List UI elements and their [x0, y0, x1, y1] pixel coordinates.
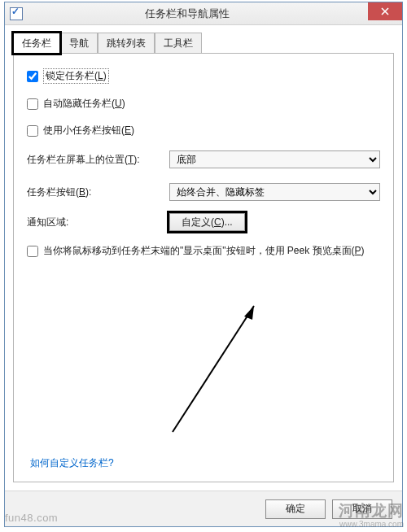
watermark-right: 河南龙网 www.3mama.com: [339, 503, 404, 529]
annotation-arrow: [164, 302, 278, 440]
notify-row: 通知区域: 自定义(C)...: [27, 216, 380, 229]
watermark-right-main: 河南龙网: [339, 503, 404, 520]
autohide-row: 自动隐藏任务栏(U): [27, 97, 380, 111]
small-buttons-label: 使用小任务栏按钮(E): [43, 124, 134, 137]
dialog-window: 任务栏和导航属性 任务栏 导航 跳转列表 工具栏 锁定任务栏(L) 自动隐藏任务…: [4, 2, 403, 527]
tab-toolbars[interactable]: 工具栏: [155, 33, 202, 54]
buttons-row: 任务栏按钮(B): 始终合并、隐藏标签: [27, 183, 380, 201]
tab-strip: 任务栏 导航 跳转列表 工具栏: [5, 25, 402, 53]
peek-label: 当你将鼠标移动到任务栏末端的"显示桌面"按钮时，使用 Peek 预览桌面(P): [43, 244, 365, 258]
tab-navigation[interactable]: 导航: [60, 33, 98, 54]
buttons-select[interactable]: 始终合并、隐藏标签: [169, 183, 380, 201]
customize-button[interactable]: 自定义(C)...: [169, 213, 245, 231]
lock-taskbar-row: 锁定任务栏(L): [27, 68, 380, 84]
notify-label: 通知区域:: [27, 216, 169, 229]
position-label: 任务栏在屏幕上的位置(T):: [27, 153, 169, 167]
watermark-right-sub: www.3mama.com: [339, 520, 404, 529]
position-select[interactable]: 底部: [169, 150, 380, 168]
small-buttons-checkbox[interactable]: [27, 125, 38, 137]
watermark-left: fun48.com: [5, 512, 58, 524]
lock-taskbar-checkbox[interactable]: [27, 71, 38, 82]
app-icon: [10, 7, 23, 20]
titlebar: 任务栏和导航属性: [5, 2, 402, 25]
ok-button[interactable]: 确定: [265, 499, 326, 519]
close-icon: [381, 7, 389, 15]
buttons-label: 任务栏按钮(B):: [27, 185, 169, 199]
small-buttons-row: 使用小任务栏按钮(E): [27, 124, 380, 137]
customize-button-wrap: 自定义(C)...: [169, 216, 245, 229]
tab-panel: 锁定任务栏(L) 自动隐藏任务栏(U) 使用小任务栏按钮(E) 任务栏在屏幕上的…: [13, 53, 394, 482]
position-row: 任务栏在屏幕上的位置(T): 底部: [27, 150, 380, 168]
peek-checkbox[interactable]: [27, 246, 38, 257]
autohide-label: 自动隐藏任务栏(U): [43, 97, 125, 111]
svg-line-0: [173, 306, 254, 432]
tab-taskbar[interactable]: 任务栏: [13, 33, 60, 54]
autohide-checkbox[interactable]: [27, 98, 38, 110]
window-title: 任务栏和导航属性: [23, 7, 368, 21]
svg-marker-1: [244, 306, 254, 320]
tab-jumplists[interactable]: 跳转列表: [98, 33, 155, 54]
lock-taskbar-label: 锁定任务栏(L): [43, 68, 109, 84]
help-link[interactable]: 如何自定义任务栏?: [30, 456, 114, 470]
peek-row: 当你将鼠标移动到任务栏末端的"显示桌面"按钮时，使用 Peek 预览桌面(P): [27, 244, 380, 258]
close-button[interactable]: [368, 2, 402, 20]
